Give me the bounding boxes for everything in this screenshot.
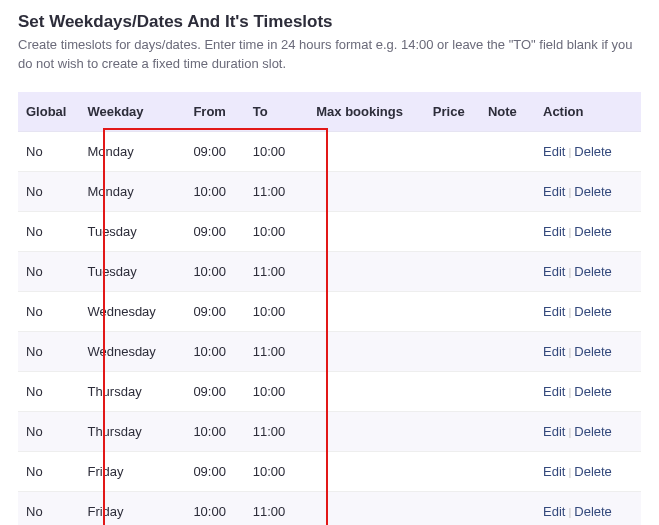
cell-price (425, 411, 480, 451)
cell-weekday: Tuesday (79, 211, 185, 251)
cell-max (308, 491, 425, 525)
action-separator: | (565, 146, 574, 158)
table-row: NoMonday10:0011:00Edit|Delete (18, 171, 641, 211)
edit-link[interactable]: Edit (543, 224, 565, 239)
delete-link[interactable]: Delete (574, 304, 612, 319)
timeslot-table: Global Weekday From To Max bookings Pric… (18, 92, 641, 525)
col-header-weekday: Weekday (79, 92, 185, 132)
cell-note (480, 131, 535, 171)
cell-action: Edit|Delete (535, 491, 641, 525)
edit-link[interactable]: Edit (543, 504, 565, 519)
cell-price (425, 211, 480, 251)
cell-action: Edit|Delete (535, 371, 641, 411)
action-separator: | (565, 226, 574, 238)
cell-note (480, 491, 535, 525)
col-header-price: Price (425, 92, 480, 132)
cell-global: No (18, 251, 79, 291)
cell-global: No (18, 131, 79, 171)
cell-to: 11:00 (245, 331, 309, 371)
delete-link[interactable]: Delete (574, 144, 612, 159)
cell-from: 10:00 (185, 491, 244, 525)
cell-action: Edit|Delete (535, 211, 641, 251)
action-separator: | (565, 306, 574, 318)
cell-global: No (18, 451, 79, 491)
delete-link[interactable]: Delete (574, 384, 612, 399)
table-row: NoMonday09:0010:00Edit|Delete (18, 131, 641, 171)
cell-price (425, 171, 480, 211)
edit-link[interactable]: Edit (543, 384, 565, 399)
table-row: NoTuesday10:0011:00Edit|Delete (18, 251, 641, 291)
delete-link[interactable]: Delete (574, 264, 612, 279)
cell-to: 11:00 (245, 491, 309, 525)
action-separator: | (565, 466, 574, 478)
action-separator: | (565, 506, 574, 518)
cell-global: No (18, 211, 79, 251)
cell-action: Edit|Delete (535, 131, 641, 171)
edit-link[interactable]: Edit (543, 344, 565, 359)
cell-price (425, 131, 480, 171)
cell-action: Edit|Delete (535, 291, 641, 331)
cell-to: 10:00 (245, 131, 309, 171)
edit-link[interactable]: Edit (543, 464, 565, 479)
cell-weekday: Tuesday (79, 251, 185, 291)
table-row: NoTuesday09:0010:00Edit|Delete (18, 211, 641, 251)
cell-global: No (18, 371, 79, 411)
cell-price (425, 331, 480, 371)
cell-weekday: Monday (79, 131, 185, 171)
cell-action: Edit|Delete (535, 451, 641, 491)
cell-note (480, 291, 535, 331)
cell-max (308, 371, 425, 411)
cell-max (308, 331, 425, 371)
page-subtitle: Create timeslots for days/dates. Enter t… (18, 36, 641, 74)
cell-to: 11:00 (245, 411, 309, 451)
cell-price (425, 451, 480, 491)
cell-to: 11:00 (245, 171, 309, 211)
cell-note (480, 331, 535, 371)
cell-from: 09:00 (185, 211, 244, 251)
cell-max (308, 451, 425, 491)
delete-link[interactable]: Delete (574, 184, 612, 199)
delete-link[interactable]: Delete (574, 224, 612, 239)
cell-from: 09:00 (185, 371, 244, 411)
edit-link[interactable]: Edit (543, 264, 565, 279)
cell-note (480, 451, 535, 491)
cell-weekday: Friday (79, 451, 185, 491)
delete-link[interactable]: Delete (574, 504, 612, 519)
cell-global: No (18, 491, 79, 525)
cell-action: Edit|Delete (535, 171, 641, 211)
cell-weekday: Wednesday (79, 331, 185, 371)
cell-price (425, 371, 480, 411)
action-separator: | (565, 386, 574, 398)
table-row: NoThursday09:0010:00Edit|Delete (18, 371, 641, 411)
cell-from: 10:00 (185, 251, 244, 291)
delete-link[interactable]: Delete (574, 464, 612, 479)
cell-to: 10:00 (245, 291, 309, 331)
delete-link[interactable]: Delete (574, 424, 612, 439)
cell-note (480, 371, 535, 411)
cell-from: 10:00 (185, 331, 244, 371)
cell-max (308, 411, 425, 451)
cell-note (480, 251, 535, 291)
col-header-note: Note (480, 92, 535, 132)
cell-global: No (18, 331, 79, 371)
cell-global: No (18, 291, 79, 331)
action-separator: | (565, 266, 574, 278)
edit-link[interactable]: Edit (543, 184, 565, 199)
cell-max (308, 251, 425, 291)
edit-link[interactable]: Edit (543, 144, 565, 159)
cell-from: 09:00 (185, 451, 244, 491)
delete-link[interactable]: Delete (574, 344, 612, 359)
col-header-global: Global (18, 92, 79, 132)
cell-weekday: Wednesday (79, 291, 185, 331)
cell-note (480, 211, 535, 251)
page-title: Set Weekdays/Dates And It's Timeslots (18, 12, 641, 32)
cell-action: Edit|Delete (535, 251, 641, 291)
action-separator: | (565, 346, 574, 358)
action-separator: | (565, 426, 574, 438)
cell-note (480, 411, 535, 451)
table-row: NoThursday10:0011:00Edit|Delete (18, 411, 641, 451)
table-row: NoFriday10:0011:00Edit|Delete (18, 491, 641, 525)
col-header-action: Action (535, 92, 641, 132)
edit-link[interactable]: Edit (543, 304, 565, 319)
edit-link[interactable]: Edit (543, 424, 565, 439)
